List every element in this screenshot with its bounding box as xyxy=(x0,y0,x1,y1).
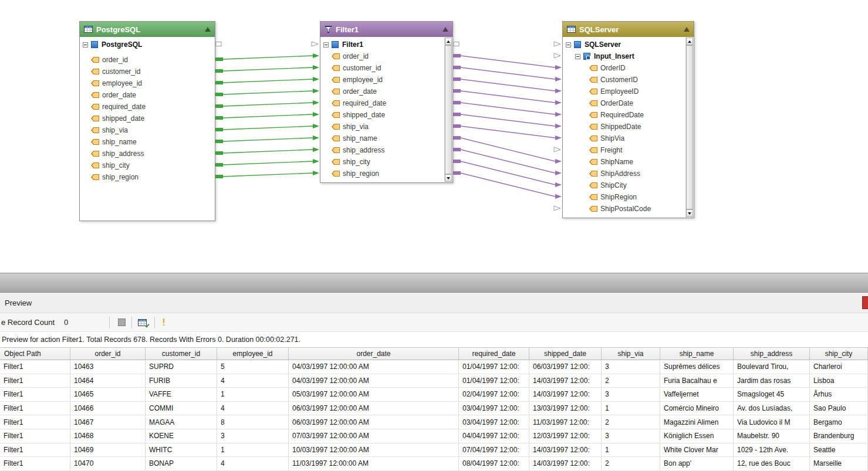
node-root-icon xyxy=(91,41,98,48)
field-tag-icon xyxy=(91,116,99,121)
column-header-employee_id[interactable]: employee_id xyxy=(217,348,289,360)
node-input-insert[interactable]: Input_Insert xyxy=(575,50,634,62)
scroll-up-button[interactable] xyxy=(445,38,452,45)
field-row-ship_name[interactable]: ship_name xyxy=(91,136,137,148)
scroll-down-button[interactable] xyxy=(445,174,452,182)
column-header-shipped_date[interactable]: shipped_date xyxy=(529,348,602,360)
field-row-order_id[interactable]: order_id xyxy=(332,50,369,62)
table-cell: 10467 xyxy=(70,415,146,429)
panel-red-button[interactable] xyxy=(862,296,868,309)
field-row-ship_name[interactable]: ship_name xyxy=(332,133,377,144)
table-cell: Seattle xyxy=(810,443,868,457)
field-row-ship_region[interactable]: ship_region xyxy=(332,168,379,179)
node-root-postgresql[interactable]: PostgreSQL xyxy=(83,39,142,50)
field-row-shipped_date[interactable]: shipped_date xyxy=(332,109,385,121)
column-header-customer_id[interactable]: customer_id xyxy=(146,348,217,360)
column-header-object-path[interactable]: Object Path xyxy=(0,348,70,360)
column-header-order_id[interactable]: order_id xyxy=(70,348,146,360)
field-row-customer_id[interactable]: customer_id xyxy=(332,62,381,74)
field-tag-icon xyxy=(332,77,340,83)
table-row[interactable]: Filter110468KOENE307/03/1997 12:00:00 AM… xyxy=(0,429,868,443)
export-table-button[interactable]: ✔ xyxy=(138,318,148,327)
node-header-postgresql[interactable]: PostgreSQL xyxy=(80,22,215,37)
stop-icon[interactable] xyxy=(118,318,126,326)
field-row-ship_city[interactable]: ship_city xyxy=(332,156,370,168)
field-row-ship_region[interactable]: ship_region xyxy=(91,171,139,183)
field-row-ShipAddress[interactable]: ShipAddress xyxy=(589,168,640,179)
field-row-required_date[interactable]: required_date xyxy=(332,97,386,109)
field-row-EmployeeID[interactable]: EmployeeID xyxy=(589,86,639,97)
field-label: ship_city xyxy=(343,158,370,166)
column-header-required_date[interactable]: required_date xyxy=(459,348,529,360)
table-cell: FURIB xyxy=(146,374,217,388)
panel-splitter[interactable] xyxy=(0,273,868,293)
field-row-Freight[interactable]: Freight xyxy=(589,144,622,156)
vertical-scrollbar[interactable] xyxy=(444,38,452,182)
table-row[interactable]: Filter110469WHITC110/03/1997 12:00:00 AM… xyxy=(0,443,868,458)
table-cell: Filter1 xyxy=(0,429,70,443)
vertical-scrollbar[interactable] xyxy=(685,38,693,217)
table-row[interactable]: Filter110466COMMI406/03/1997 12:00:00 AM… xyxy=(0,402,868,416)
table-row[interactable]: Filter110463SUPRD504/03/1997 12:00:00 AM… xyxy=(0,360,868,374)
field-row-order_id[interactable]: order_id xyxy=(91,54,128,66)
field-row-ship_city[interactable]: ship_city xyxy=(91,160,130,171)
column-header-order_date[interactable]: order_date xyxy=(289,348,459,360)
exclamation-icon[interactable]: ! xyxy=(162,317,166,327)
field-row-ship_address[interactable]: ship_address xyxy=(332,144,384,156)
node-filter1[interactable]: Filter1 Filter1 order_idcustomer_idemplo… xyxy=(320,21,453,183)
field-label: EmployeeID xyxy=(600,87,639,96)
node-sqlserver[interactable]: SQLServer SQLServer Input_Insert OrderID… xyxy=(562,21,694,218)
field-tag-icon xyxy=(91,162,99,168)
column-header-ship_address[interactable]: ship_address xyxy=(734,348,810,360)
node-root-sqlserver[interactable]: SQLServer xyxy=(566,39,621,50)
column-header-ship_name[interactable]: ship_name xyxy=(660,348,734,360)
expander-icon[interactable] xyxy=(323,42,329,48)
field-row-required_date[interactable]: required_date xyxy=(91,101,146,113)
scroll-thumb[interactable] xyxy=(445,45,452,174)
field-row-ShipVia[interactable]: ShipVia xyxy=(589,133,624,144)
node-postgresql[interactable]: PostgreSQL PostgreSQL order_idcustomer_i… xyxy=(79,21,215,221)
table-row[interactable]: Filter110467MAGAA806/03/1997 12:00:00 AM… xyxy=(0,415,868,429)
field-row-ShipPostalCode[interactable]: ShipPostalCode xyxy=(589,203,651,215)
table-row[interactable]: Filter110465VAFFE105/03/1997 12:00:00 AM… xyxy=(0,388,868,402)
node-header-filter1[interactable]: Filter1 xyxy=(320,22,452,37)
field-row-order_date[interactable]: order_date xyxy=(332,86,377,97)
table-row[interactable]: Filter110470BONAP411/03/1997 12:00:00 AM… xyxy=(0,457,868,471)
scroll-up-button[interactable] xyxy=(686,38,693,45)
field-row-employee_id[interactable]: employee_id xyxy=(91,77,142,89)
column-header-ship_city[interactable]: ship_city xyxy=(810,348,868,360)
column-header-ship_via[interactable]: ship_via xyxy=(602,348,660,360)
scroll-down-button[interactable] xyxy=(686,209,693,217)
scroll-thumb[interactable] xyxy=(686,45,693,209)
collapse-icon[interactable] xyxy=(205,27,211,32)
field-row-OrderID[interactable]: OrderID xyxy=(589,62,626,74)
field-row-ship_via[interactable]: ship_via xyxy=(91,124,128,136)
node-header-sqlserver[interactable]: SQLServer xyxy=(563,22,694,37)
field-row-RequiredDate[interactable]: RequiredDate xyxy=(589,109,644,121)
field-label: ShipVia xyxy=(600,134,624,143)
node-root-filter1[interactable]: Filter1 xyxy=(323,39,363,50)
field-row-ShipCity[interactable]: ShipCity xyxy=(589,179,627,191)
field-row-OrderDate[interactable]: OrderDate xyxy=(589,97,633,109)
field-row-shipped_date[interactable]: shipped_date xyxy=(91,113,144,124)
field-row-ShipName[interactable]: ShipName xyxy=(589,156,633,168)
field-label: ship_name xyxy=(343,134,377,143)
field-row-CustomerID[interactable]: CustomerID xyxy=(589,74,638,86)
field-row-order_date[interactable]: order_date xyxy=(91,89,136,101)
expander-icon[interactable] xyxy=(575,54,580,59)
collapse-icon[interactable] xyxy=(443,27,448,32)
table-cell: Lisboa xyxy=(810,374,868,388)
field-row-ship_address[interactable]: ship_address xyxy=(91,148,144,160)
expander-icon[interactable] xyxy=(566,42,571,48)
toolbar-separator xyxy=(154,317,155,328)
field-row-customer_id[interactable]: customer_id xyxy=(91,66,140,77)
field-row-employee_id[interactable]: employee_id xyxy=(332,74,383,86)
expander-icon[interactable] xyxy=(83,42,88,48)
field-row-ShippedDate[interactable]: ShippedDate xyxy=(589,121,641,133)
table-cell: 10469 xyxy=(70,443,146,457)
node-body-sqlserver: SQLServer Input_Insert OrderIDCustomerID… xyxy=(563,37,694,218)
collapse-icon[interactable] xyxy=(684,27,690,32)
table-row[interactable]: Filter110464FURIB404/03/1997 12:00:00 AM… xyxy=(0,374,868,388)
field-row-ship_via[interactable]: ship_via xyxy=(332,121,369,133)
field-row-ShipRegion[interactable]: ShipRegion xyxy=(589,191,637,203)
